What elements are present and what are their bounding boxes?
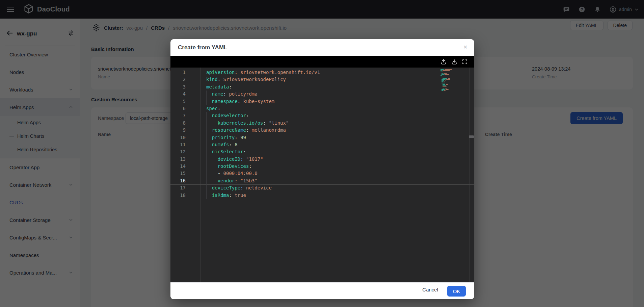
code-text: priority: 99 [206, 134, 246, 141]
code-text: rootDevices: [206, 163, 252, 170]
download-yaml-icon[interactable] [451, 59, 457, 65]
code-line[interactable]: 12nicSelector: [170, 148, 474, 155]
code-text: apiVersion: sriovnetwork.openshift.io/v1 [206, 69, 320, 76]
code-text: numVfs: 8 [206, 141, 238, 148]
code-text: spec: [206, 105, 220, 112]
code-text: nodeSelector: [206, 112, 249, 119]
code-line[interactable]: 2kind: SriovNetworkNodePolicy [170, 76, 474, 83]
minimap-line [440, 90, 454, 92]
code-text: name: policyrdma [206, 91, 258, 98]
code-line[interactable]: 17deviceType: netdevice [170, 184, 474, 191]
fullscreen-icon[interactable] [462, 59, 468, 65]
line-number: 5 [170, 98, 186, 105]
code-line[interactable]: 14rootDevices: [170, 163, 474, 170]
code-line[interactable]: 15- 0000:04:00.0 [170, 170, 474, 177]
line-number: 4 [170, 91, 186, 98]
line-number: 2 [170, 76, 186, 83]
upload-yaml-icon[interactable] [440, 59, 447, 65]
code-text: - 0000:04:00.0 [206, 170, 258, 177]
line-number: 9 [170, 127, 186, 134]
minimap[interactable] [440, 69, 454, 91]
line-number: 13 [170, 156, 186, 163]
code-line[interactable]: 6spec: [170, 105, 474, 112]
code-line[interactable]: 5namespace: kube-system [170, 98, 474, 105]
scrollbar-thumb[interactable] [469, 135, 474, 138]
code-text: deviceID: "1017" [206, 156, 263, 163]
code-text: kind: SriovNetworkNodePolicy [206, 76, 286, 83]
code-line[interactable]: 7nodeSelector: [170, 112, 474, 119]
line-number: 12 [170, 148, 186, 155]
code-text: kubernetes.io/os: "linux" [206, 120, 289, 127]
code-line[interactable]: 10priority: 99 [170, 134, 474, 141]
line-number: 17 [170, 184, 186, 191]
code-line[interactable]: 16vendor: "15b3" [170, 177, 474, 184]
code-line[interactable]: 11numVfs: 8 [170, 141, 474, 148]
line-number: 14 [170, 163, 186, 170]
code-text: nicSelector: [206, 148, 246, 155]
close-icon[interactable]: × [463, 43, 467, 50]
code-text: namespace: kube-system [206, 98, 274, 105]
editor-toolbar [170, 56, 474, 68]
ok-button[interactable]: OK [447, 286, 466, 297]
app-root: DaoCloud ? admin [0, 0, 644, 307]
line-number: 1 [170, 69, 186, 76]
modal-title: Create from YAML [178, 44, 227, 51]
line-number: 11 [170, 141, 186, 148]
code-line[interactable]: 8kubernetes.io/os: "linux" [170, 120, 474, 127]
line-number: 18 [170, 192, 186, 199]
code-text: isRdma: true [206, 192, 246, 199]
code-line[interactable]: 18isRdma: true [170, 192, 474, 199]
code-text: resourceName: mellanoxrdma [206, 127, 286, 134]
code-line[interactable]: 1apiVersion: sriovnetwork.openshift.io/v… [170, 69, 474, 76]
modal-header: Create from YAML × [170, 39, 474, 56]
code-line[interactable]: 4name: policyrdma [170, 91, 474, 98]
code-line[interactable]: 9resourceName: mellanoxrdma [170, 127, 474, 134]
line-number: 7 [170, 112, 186, 119]
modal-footer: Cancel OK [170, 282, 474, 299]
line-number: 6 [170, 105, 186, 112]
code-line[interactable]: 13deviceID: "1017" [170, 156, 474, 163]
line-number: 3 [170, 83, 186, 91]
line-number: 15 [170, 170, 186, 177]
code-text: deviceType: netdevice [206, 184, 272, 191]
create-from-yaml-modal: Create from YAML × 1apiVersion: sriovnet… [170, 39, 474, 299]
code-text: vendor: "15b3" [206, 177, 258, 184]
yaml-editor[interactable]: 1apiVersion: sriovnetwork.openshift.io/v… [170, 68, 474, 282]
line-number: 8 [170, 120, 186, 127]
line-number: 16 [170, 177, 186, 184]
code-text: metadata: [206, 83, 232, 91]
cancel-button[interactable]: Cancel [422, 287, 438, 292]
code-line[interactable]: 3metadata: [170, 83, 474, 91]
line-number: 10 [170, 134, 186, 141]
code-lines: 1apiVersion: sriovnetwork.openshift.io/v… [170, 69, 474, 199]
